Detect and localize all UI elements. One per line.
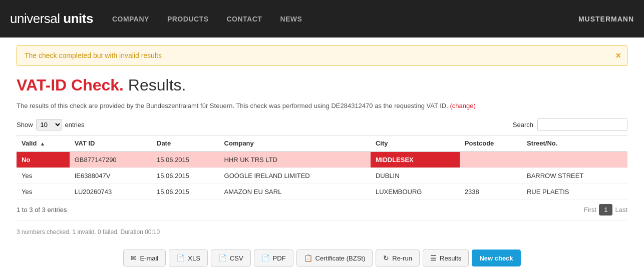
data-table: Valid ▲ VAT ID Date Company City Postcod… bbox=[17, 135, 627, 200]
email-label: E-mail bbox=[140, 254, 158, 262]
page-title-rest: Results. bbox=[124, 76, 186, 94]
xls-label: XLS bbox=[188, 254, 200, 262]
table-header-row: Valid ▲ VAT ID Date Company City Postcod… bbox=[17, 136, 627, 152]
email-button[interactable]: ✉ E-mail bbox=[123, 250, 166, 266]
csv-label: CSV bbox=[230, 254, 243, 262]
nav-company[interactable]: COMPANY bbox=[108, 12, 153, 26]
divider bbox=[17, 220, 627, 221]
pdf-label: PDF bbox=[273, 254, 286, 262]
nav-contact[interactable]: CONTACT bbox=[222, 12, 266, 26]
pdf-icon: 📄 bbox=[261, 254, 270, 262]
certificate-label: Certificate (BZSt) bbox=[315, 254, 366, 262]
entries-label: entries bbox=[65, 121, 85, 128]
entries-select[interactable]: 10 25 50 100 bbox=[36, 119, 62, 130]
cell-postcode: 2338 bbox=[460, 184, 522, 200]
pagination-last-label[interactable]: Last bbox=[615, 206, 627, 214]
info-text: The results of this check are provided b… bbox=[17, 102, 627, 110]
alert-message: The check completed but with invalid res… bbox=[25, 52, 162, 60]
sort-arrow-valid: ▲ bbox=[40, 141, 45, 146]
rerun-button[interactable]: ↻ Re-run bbox=[376, 250, 420, 266]
cell-street: BARROW STREET bbox=[522, 168, 627, 184]
table-controls-top: Show 10 25 50 100 entries Search bbox=[17, 118, 627, 131]
results-icon: ☰ bbox=[430, 254, 437, 262]
cell-valid: Yes bbox=[17, 184, 70, 200]
results-button[interactable]: ☰ Results bbox=[423, 250, 469, 266]
cell-company: HHR UK TRS LTD bbox=[219, 152, 371, 168]
xls-icon: 📄 bbox=[176, 254, 185, 262]
cell-street: RUE PLAETIS bbox=[522, 184, 627, 200]
table-row: NoGB87714729015.06.2015HHR UK TRS LTDMID… bbox=[17, 152, 627, 168]
main-content: The check completed but with invalid res… bbox=[7, 38, 637, 280]
certificate-button[interactable]: 📋 Certificate (BZSt) bbox=[296, 250, 373, 266]
page-1-button[interactable]: 1 bbox=[599, 204, 612, 216]
cell-city: LUXEMBOURG bbox=[371, 184, 460, 200]
cell-company: AMAZON EU SARL bbox=[219, 184, 371, 200]
col-date[interactable]: Date bbox=[152, 136, 219, 152]
col-vat-id[interactable]: VAT ID bbox=[70, 136, 152, 152]
brand-text-regular: universal bbox=[10, 11, 63, 26]
csv-button[interactable]: 📄 CSV bbox=[211, 250, 251, 266]
table-row: YesLU2026074315.06.2015AMAZON EU SARLLUX… bbox=[17, 184, 627, 200]
brand-text-bold: units bbox=[63, 11, 93, 26]
cell-city: DUBLIN bbox=[371, 168, 460, 184]
new-check-button[interactable]: New check bbox=[472, 250, 520, 266]
pagination-first-label[interactable]: First bbox=[584, 206, 596, 214]
rerun-icon: ↻ bbox=[383, 254, 389, 262]
info-text-before: The results of this check are provided b… bbox=[17, 102, 448, 110]
results-label: Results bbox=[440, 254, 461, 262]
brand-logo[interactable]: universal units bbox=[10, 11, 93, 26]
table-body: NoGB87714729015.06.2015HHR UK TRS LTDMID… bbox=[17, 152, 627, 200]
cell-valid: No bbox=[17, 152, 70, 168]
xls-button[interactable]: 📄 XLS bbox=[169, 250, 208, 266]
csv-icon: 📄 bbox=[218, 254, 227, 262]
cell-street bbox=[522, 152, 627, 168]
entries-count: 1 to 3 of 3 entries bbox=[17, 206, 67, 214]
summary-text: 3 numbers checked. 1 invalid. 0 failed. … bbox=[17, 228, 627, 236]
cell-valid: Yes bbox=[17, 168, 70, 184]
col-postcode[interactable]: Postcode bbox=[460, 136, 522, 152]
cell-city: MIDDLESEX bbox=[371, 152, 460, 168]
nav-products[interactable]: PRODUCTS bbox=[163, 12, 213, 26]
rerun-label: Re-run bbox=[392, 254, 412, 262]
search-box: Search bbox=[513, 118, 627, 131]
cell-date: 15.06.2015 bbox=[152, 152, 219, 168]
new-check-label: New check bbox=[479, 254, 513, 262]
cell-date: 15.06.2015 bbox=[152, 168, 219, 184]
nav-links: COMPANY PRODUCTS CONTACT NEWS bbox=[108, 12, 578, 26]
col-company[interactable]: Company bbox=[219, 136, 371, 152]
col-city[interactable]: City bbox=[371, 136, 460, 152]
search-input[interactable] bbox=[537, 118, 627, 131]
cell-company: GOOGLE IRELAND LIMITED bbox=[219, 168, 371, 184]
action-buttons: ✉ E-mail 📄 XLS 📄 CSV 📄 PDF 📋 Certificate… bbox=[17, 244, 627, 276]
search-label: Search bbox=[513, 121, 533, 128]
page-title-highlight: VAT-ID Check. bbox=[17, 76, 124, 94]
cell-vat-id: IE6388047V bbox=[70, 168, 152, 184]
pdf-button[interactable]: 📄 PDF bbox=[254, 250, 293, 266]
cell-date: 15.06.2015 bbox=[152, 184, 219, 200]
show-entries: Show 10 25 50 100 entries bbox=[17, 119, 85, 130]
certificate-icon: 📋 bbox=[304, 254, 312, 262]
pagination: First 1 Last bbox=[584, 204, 627, 216]
navbar-user: MUSTERMANN bbox=[578, 15, 634, 23]
show-label: Show bbox=[17, 121, 33, 128]
table-row: YesIE6388047V15.06.2015GOOGLE IRELAND LI… bbox=[17, 168, 627, 184]
col-street[interactable]: Street/No. bbox=[522, 136, 627, 152]
nav-news[interactable]: NEWS bbox=[276, 12, 306, 26]
cell-vat-id: GB877147290 bbox=[70, 152, 152, 168]
cell-postcode bbox=[460, 168, 522, 184]
page-title: VAT-ID Check. Results. bbox=[17, 76, 627, 94]
cell-postcode bbox=[460, 152, 522, 168]
email-icon: ✉ bbox=[131, 254, 137, 262]
table-footer: 1 to 3 of 3 entries First 1 Last bbox=[17, 204, 627, 216]
cell-vat-id: LU20260743 bbox=[70, 184, 152, 200]
alert-banner: The check completed but with invalid res… bbox=[17, 45, 627, 66]
alert-close-button[interactable]: × bbox=[615, 50, 621, 61]
info-text-change-link[interactable]: (change) bbox=[450, 102, 475, 110]
navbar: universal units COMPANY PRODUCTS CONTACT… bbox=[0, 0, 644, 38]
col-valid[interactable]: Valid ▲ bbox=[17, 136, 70, 152]
